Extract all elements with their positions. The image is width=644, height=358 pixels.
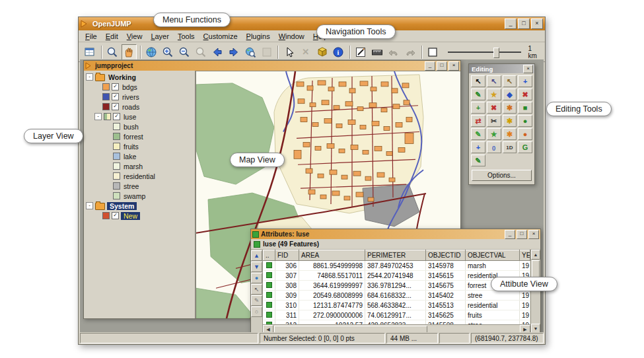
move-vertex-tool-icon[interactable]: ✱ bbox=[503, 102, 517, 114]
edit-pencil-icon[interactable] bbox=[353, 44, 369, 60]
column-header-objectval[interactable]: OBJECTVAL bbox=[466, 250, 520, 261]
scale-slider-handle[interactable] bbox=[493, 48, 499, 58]
layer-checkbox[interactable]: ✓ bbox=[112, 83, 119, 90]
collapse-icon[interactable]: - bbox=[86, 202, 93, 209]
rotate-g-tool-icon[interactable]: G bbox=[518, 141, 532, 153]
menu-plugins[interactable]: Plugins bbox=[242, 32, 274, 41]
snap-vertices-to-point-tool-icon[interactable]: ⇄ bbox=[471, 115, 485, 127]
draw-polygon-tool-icon[interactable]: ✎ bbox=[471, 89, 485, 100]
edit-cell-icon[interactable]: ✎ bbox=[251, 295, 262, 306]
cut-polygon-tool-icon[interactable]: ● bbox=[518, 115, 532, 127]
one-d-tool-icon[interactable]: 1D bbox=[503, 141, 517, 153]
horizontal-scrollbar[interactable]: ◀ ▶ bbox=[263, 324, 530, 332]
scale-selected-tool-icon[interactable]: ★ bbox=[487, 128, 501, 140]
node-linestring-tool-icon[interactable]: ✱ bbox=[503, 115, 517, 127]
column-header-objectid[interactable]: OBJECTID bbox=[426, 250, 466, 261]
column-header-fid[interactable]: FID bbox=[275, 250, 299, 261]
tree-folder-working[interactable]: -Working bbox=[84, 72, 195, 82]
tree-theme-lake[interactable]: lake bbox=[84, 151, 195, 161]
tree-theme-residential[interactable]: residential bbox=[84, 171, 195, 181]
close-icon[interactable]: × bbox=[528, 230, 539, 239]
draw-linestring-tool-icon[interactable]: ◆ bbox=[503, 89, 517, 100]
tree-layer-luse[interactable]: -✓luse bbox=[84, 112, 195, 122]
menu-window[interactable]: Window bbox=[275, 32, 308, 41]
autocomplete-polygon-tool-icon[interactable]: ● bbox=[518, 128, 532, 140]
attributes-titlebar[interactable]: Attributes: luse _ □ × bbox=[251, 229, 540, 239]
select-cursor-icon[interactable] bbox=[281, 44, 297, 60]
parentheses-tool-icon[interactable]: () bbox=[487, 141, 501, 153]
column-header-perimeter[interactable]: PERIMETER bbox=[365, 250, 426, 261]
rotate-selected-tool-icon[interactable]: ✱ bbox=[503, 128, 517, 140]
maximize-icon[interactable]: □ bbox=[518, 18, 530, 29]
zoom-full-extent-icon[interactable] bbox=[144, 44, 159, 60]
minimize-icon[interactable]: _ bbox=[505, 230, 515, 239]
pan-icon[interactable] bbox=[122, 44, 137, 60]
draw-point-tool-icon[interactable]: ✖ bbox=[518, 89, 532, 100]
tree-theme-stree[interactable]: stree bbox=[84, 181, 195, 191]
draw-rectangle-tool-icon[interactable]: ★ bbox=[487, 89, 501, 100]
tree-theme-swamp[interactable]: swamp bbox=[84, 191, 195, 201]
move-item-tool-icon[interactable]: + bbox=[518, 75, 532, 87]
note-tool-icon[interactable]: ✎ bbox=[471, 155, 485, 166]
tree-layer-rivers[interactable]: ✓rivers bbox=[84, 92, 195, 102]
tree-theme-fruits[interactable]: fruits bbox=[84, 141, 195, 151]
move-selection-tool-icon[interactable]: + bbox=[471, 141, 485, 153]
scrollbar-thumb[interactable] bbox=[274, 326, 427, 332]
edit-geometry-tool-icon[interactable]: ✎ bbox=[471, 128, 485, 140]
tree-theme-bush[interactable]: bush bbox=[84, 122, 195, 131]
column-header-area[interactable]: AREA bbox=[299, 250, 365, 261]
zoom-out-icon[interactable] bbox=[177, 44, 192, 60]
menu-tools[interactable]: Tools bbox=[174, 32, 199, 41]
menu-edit[interactable]: Edit bbox=[102, 32, 122, 41]
menu-layer[interactable]: Layer bbox=[147, 32, 173, 41]
info-icon[interactable]: i bbox=[331, 44, 346, 60]
zoom-in-icon[interactable] bbox=[161, 44, 176, 60]
fence-square-icon[interactable] bbox=[425, 44, 441, 60]
table-row[interactable]: 31012131.87474779568.4633842...3145513re… bbox=[264, 301, 530, 310]
table-row[interactable]: 3068861.954999998387.8497024533145978mar… bbox=[264, 261, 530, 271]
tree-layer-new[interactable]: ✓New bbox=[84, 211, 195, 221]
stop-icon[interactable]: ○ bbox=[251, 306, 262, 317]
collapse-icon[interactable]: - bbox=[86, 73, 93, 81]
close-icon[interactable]: × bbox=[448, 61, 459, 71]
editing-titlebar[interactable]: Editing × bbox=[469, 64, 534, 73]
flash-up-icon[interactable]: ▲ bbox=[251, 250, 262, 261]
column-header-[interactable]: .. bbox=[264, 250, 275, 261]
select-row-icon[interactable]: ↖ bbox=[251, 284, 262, 295]
attributes-table-icon[interactable] bbox=[83, 44, 98, 60]
scroll-up-icon[interactable]: ▲ bbox=[531, 250, 540, 260]
select-linestrings-tool-icon[interactable]: ↖ bbox=[503, 75, 517, 87]
table-row[interactable]: 30774868.55170112544.207419483145615resi… bbox=[264, 271, 530, 281]
feature-cube-icon[interactable] bbox=[314, 44, 330, 60]
layer-checkbox[interactable]: ✓ bbox=[112, 212, 119, 219]
menu-view[interactable]: View bbox=[123, 32, 147, 41]
zoom-to-layer-icon[interactable] bbox=[242, 44, 258, 60]
insert-vertex-tool-icon[interactable]: + bbox=[471, 102, 485, 114]
maximize-icon[interactable]: □ bbox=[437, 61, 447, 71]
select-parts-tool-icon[interactable]: ↖ bbox=[487, 75, 501, 87]
scroll-down-icon[interactable]: ▼ bbox=[531, 324, 540, 332]
column-header-yearofchan[interactable]: YEAROFCHAN bbox=[520, 250, 530, 261]
split-linestring-tool-icon[interactable]: ✂ bbox=[487, 115, 501, 127]
table-row[interactable]: 30920549.68008999684.6168332...3145402st… bbox=[264, 291, 530, 301]
tree-layer-bdgs[interactable]: ✓bdgs bbox=[84, 82, 195, 92]
flash-down-icon[interactable]: ▼ bbox=[251, 262, 262, 272]
menu-customize[interactable]: Customize bbox=[199, 32, 242, 41]
previous-extent-icon[interactable] bbox=[209, 44, 225, 60]
tree-theme-marsh[interactable]: marsh bbox=[84, 161, 195, 171]
tree-layer-roads[interactable]: ✓roads bbox=[84, 102, 195, 112]
layer-checkbox[interactable]: ✓ bbox=[112, 103, 119, 110]
maximize-icon[interactable]: □ bbox=[517, 230, 527, 239]
collapse-icon[interactable]: - bbox=[94, 113, 102, 120]
minimize-icon[interactable]: _ bbox=[425, 61, 435, 71]
options-button[interactable]: Options... bbox=[472, 170, 532, 181]
project-titlebar[interactable]: jumpproject _ □ × bbox=[84, 61, 460, 71]
scale-slider[interactable]: 1 km bbox=[448, 45, 542, 59]
menu-file[interactable]: File bbox=[81, 32, 101, 41]
tree-theme-forrest[interactable]: forrest bbox=[84, 131, 195, 141]
tree-folder-system[interactable]: -System bbox=[84, 201, 195, 211]
table-row[interactable]: 311272.090000000674.06129917...3145625fr… bbox=[264, 310, 530, 320]
layer-checkbox[interactable]: ✓ bbox=[112, 93, 119, 100]
close-icon[interactable]: × bbox=[523, 65, 533, 73]
delete-vertex-tool-icon[interactable]: ✖ bbox=[487, 102, 501, 114]
